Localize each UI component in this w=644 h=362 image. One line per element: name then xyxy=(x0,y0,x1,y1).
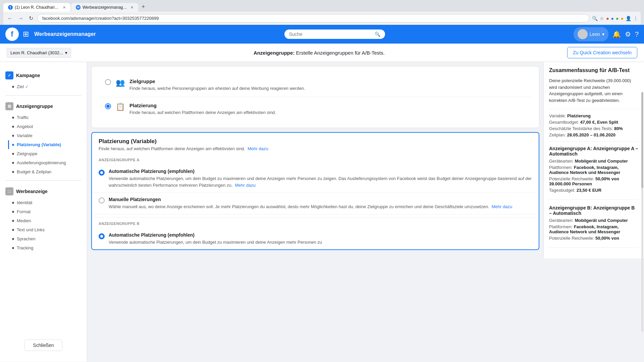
tracking-dot xyxy=(12,247,14,249)
close-button-wrap: Schließen xyxy=(0,334,87,356)
browser-icon-star[interactable]: ☆ xyxy=(600,16,604,21)
browser-icon-user[interactable]: 👤 xyxy=(626,16,631,21)
sprachen-label: Sprachen xyxy=(17,236,36,241)
quick-creation-button[interactable]: Zu Quick Creation wechseln xyxy=(567,47,637,58)
identitat-dot xyxy=(12,202,14,204)
mehr-dazu-link[interactable]: Mehr dazu xyxy=(248,146,268,151)
gruppe-b-reichweite-label: Potenzielle Reichweite: xyxy=(549,236,594,241)
sidebar-item-angebot[interactable]: Angebot xyxy=(0,122,87,131)
gruppe-a-plattformen-label: Plattformen: xyxy=(549,165,573,170)
variable-label: Variable: xyxy=(549,113,566,118)
help-icon[interactable]: ? xyxy=(635,31,639,38)
teststarke-label: Geschätzte Teststärke des Tests: xyxy=(549,126,613,131)
placement-auto-b[interactable]: Automatische Platzierung (empfohlen) Ver… xyxy=(92,228,539,250)
placement-auto-a[interactable]: Automatische Platzierung (empfohlen) Ver… xyxy=(92,165,539,193)
platzierung-option[interactable]: 📋 Platzierung Finde heraus, auf welchen … xyxy=(98,97,532,121)
placement-auto-radio[interactable] xyxy=(99,170,105,176)
forward-button[interactable]: → xyxy=(17,14,25,23)
browser-tab-2[interactable]: W Werbeanzeigenmanager - Cr... ✕ xyxy=(71,3,138,12)
sidebar-item-traffic[interactable]: Traffic xyxy=(0,113,87,122)
tab2-close[interactable]: ✕ xyxy=(130,5,133,10)
address-input[interactable] xyxy=(37,14,589,22)
sidebar-item-platzierung[interactable]: Platzierung (Variable) xyxy=(0,140,87,149)
close-button[interactable]: Schließen xyxy=(24,340,62,351)
zielgruppe-option-desc: Finde heraus, welche Personengruppen am … xyxy=(129,85,305,92)
grid-icon[interactable]: ⊞ xyxy=(23,30,29,39)
sidebar-divider-2 xyxy=(5,180,82,181)
tab1-close[interactable]: ✕ xyxy=(63,5,66,10)
sidebar-item-text-links[interactable]: Text und Links xyxy=(0,225,87,234)
summary-zeitplan-row: Zeitplan: 28.05.2020 – 01.06.2020 xyxy=(549,132,639,137)
sidebar-item-zielgruppe[interactable]: Zielgruppe xyxy=(0,149,87,158)
sidebar-item-medien[interactable]: Medien xyxy=(0,216,87,225)
back-button[interactable]: ← xyxy=(6,14,14,23)
new-tab-button[interactable]: + xyxy=(139,2,148,12)
user-dropdown-icon: ▾ xyxy=(602,32,604,37)
options-card: 👥 Zielgruppe Finde heraus, welche Person… xyxy=(91,66,539,128)
gruppe-a-tagesbudget-value: 23,50 € EUR xyxy=(577,188,601,193)
tab2-favicon: W xyxy=(76,5,80,10)
sidebar-item-ziel[interactable]: Ziel ✓ xyxy=(0,82,87,91)
breadcrumb-prefix: Anzeigengruppe: xyxy=(254,50,295,56)
platzierung-radio[interactable] xyxy=(105,103,111,109)
platzierung-option-desc: Finde heraus, auf welchen Plattformen de… xyxy=(129,110,276,116)
user-button[interactable]: Leon ▾ xyxy=(574,27,608,41)
browser-icon-menu[interactable]: ⋮ xyxy=(633,16,638,21)
variable-desc: Finde heraus, auf welchen Plattformen de… xyxy=(99,146,532,151)
sidebar-item-identitat[interactable]: Identität xyxy=(0,198,87,207)
sidebar-item-budget-zeitplan[interactable]: Budget & Zeitplan xyxy=(0,167,87,176)
platzierung-dot xyxy=(12,144,14,146)
browser-icon-ext3[interactable]: ● xyxy=(616,16,619,21)
search-input[interactable] xyxy=(289,32,375,37)
placement-manuell-mehr-dazu[interactable]: Mehr dazu xyxy=(492,204,512,209)
account-selector[interactable]: Leon R. Chaudhari (3032... ▾ xyxy=(7,48,71,58)
placement-auto-mehr-dazu[interactable]: Mehr dazu xyxy=(235,183,255,188)
search-icon[interactable]: 🔍 xyxy=(375,32,380,37)
anzeigengruppe-label: Anzeigengruppe xyxy=(16,104,53,109)
browser-icon-ext1[interactable]: ● xyxy=(606,16,609,21)
placement-auto-desc: Verwende automatische Platzierungen, um … xyxy=(109,175,532,188)
sidebar-kampagne-header: ✓ Kampagne xyxy=(0,69,87,82)
scrollbar-thumb[interactable] xyxy=(641,92,643,188)
refresh-button[interactable]: ↻ xyxy=(28,14,35,23)
sub-header: Leon R. Chaudhari (3032... ▾ Anzeigengru… xyxy=(0,44,644,62)
gruppe-a-tagesbudget-label: Tagesbudget: xyxy=(549,188,575,193)
browser-tab-1[interactable]: f (1) Leon R. Chaudhari | Face... ✕ xyxy=(3,3,70,12)
placement-manuell-a[interactable]: Manuelle Platzierungen Wähle manuell aus… xyxy=(92,193,539,215)
sidebar-item-format[interactable]: Format xyxy=(0,207,87,216)
gesamtbudget-value: 47,00 €, Even Split xyxy=(580,120,618,125)
zielgruppe-option[interactable]: 👥 Zielgruppe Finde heraus, welche Person… xyxy=(98,73,532,97)
medien-label: Medien xyxy=(17,218,31,223)
anzeigengruppe-icon: ⊞ xyxy=(5,102,13,110)
breadcrumb-text: Erstelle Anzeigengruppen für A/B-Tests. xyxy=(296,50,385,56)
sidebar-item-sprachen[interactable]: Sprachen xyxy=(0,234,87,243)
gruppe-b-geratearten-value: Mobilgerät und Computer xyxy=(575,218,628,223)
sidebar-item-variable[interactable]: Variable xyxy=(0,131,87,140)
placement-manuell-title: Manuelle Platzierungen xyxy=(109,197,512,202)
summary-divider-1 xyxy=(549,109,639,109)
top-actions: Leon ▾ 🔔 ⚙ ? xyxy=(574,27,639,41)
scrollbar-track[interactable] xyxy=(641,92,643,331)
ziel-label: Ziel xyxy=(17,84,24,89)
gear-icon[interactable]: ⚙ xyxy=(625,30,631,38)
facebook-logo: f xyxy=(5,27,19,41)
gruppe-a-geratearten-value: Mobilgerät und Computer xyxy=(575,159,628,164)
browser-icon-ext4[interactable]: ● xyxy=(621,16,624,21)
bell-icon[interactable]: 🔔 xyxy=(612,30,621,38)
placement-manuell-radio[interactable] xyxy=(99,197,105,203)
platzierung-option-text: Platzierung Finde heraus, auf welchen Pl… xyxy=(129,103,276,116)
zeitplan-label: Zeitplan: xyxy=(549,132,566,137)
address-bar-row: ← → ↻ 🔍 ☆ ● ● ● ● 👤 ⋮ xyxy=(3,12,641,25)
content-area: 👥 Zielgruppe Finde heraus, welche Person… xyxy=(87,62,543,362)
budget-dot xyxy=(12,171,14,173)
browser-icon-search[interactable]: 🔍 xyxy=(592,16,598,21)
tracking-label: Tracking xyxy=(17,245,33,250)
anzeigengruppe-a-label: ANZEIGENGRUPPE A xyxy=(92,154,539,165)
zielgruppe-radio[interactable] xyxy=(105,79,111,85)
sidebar-item-tracking[interactable]: Tracking xyxy=(0,243,87,252)
browser-icon-ext2[interactable]: ● xyxy=(611,16,614,21)
placement-auto-b-radio[interactable] xyxy=(99,233,105,239)
sidebar-item-auslieferung[interactable]: Auslieferungsoptimierung xyxy=(0,158,87,167)
placement-auto-text: Automatische Platzierung (empfohlen) Ver… xyxy=(109,169,532,188)
sidebar-werbeanzeige-header: □ Werbeanzeige xyxy=(0,185,87,198)
